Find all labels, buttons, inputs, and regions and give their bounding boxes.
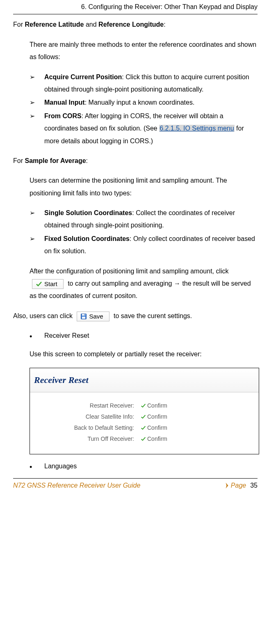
svg-rect-1 [82, 314, 85, 316]
list-item: Fixed Solution Coordinates: Only collect… [30, 233, 258, 258]
page-header: 6. Configuring the Receiver: Other Than … [13, 0, 258, 13]
reset-row-label: Restart Receiver: [38, 401, 141, 410]
sample-bold: Sample for Average [25, 157, 86, 164]
para-methods-intro: There are mainly three methods to enter … [30, 39, 258, 64]
list-sample-types: Single Solution Coordinates: Collect the… [30, 207, 258, 258]
save-button[interactable]: Save [77, 312, 109, 321]
item-bold: Fixed Solution Coordinates [44, 235, 130, 242]
text: For [13, 157, 25, 164]
para-reference-intro: For Reference Latitude and Reference Lon… [13, 18, 258, 31]
check-icon [141, 436, 146, 442]
start-button[interactable]: Start [32, 279, 64, 289]
page-number: 35 [250, 479, 258, 492]
confirm-button[interactable]: Confirm [141, 401, 167, 410]
page-marker-icon [226, 483, 229, 488]
panel-body: Restart Receiver: Confirm Clear Satellit… [30, 392, 259, 454]
ref-lon-bold: Reference Longitude [98, 21, 164, 28]
para-sample-intro: For Sample for Average: [13, 155, 258, 167]
item-bold: Acquire Current Position [44, 73, 122, 80]
panel-title: Receiver Reset [30, 368, 259, 392]
confirm-label: Confirm [147, 401, 167, 410]
text: to save the curent settings. [112, 312, 192, 319]
text: For [13, 21, 25, 28]
reset-row-label: Clear Satellite Info: [38, 413, 141, 421]
ref-lat-bold: Reference Latitude [25, 21, 84, 28]
reset-row: Turn Off Receiver: Confirm [38, 435, 251, 443]
list-item: Single Solution Coordinates: Collect the… [30, 207, 258, 232]
check-icon [141, 414, 146, 419]
para-save-action: Also, users can click Save to save the c… [13, 310, 258, 322]
confirm-label: Confirm [147, 413, 167, 421]
check-icon [36, 281, 42, 287]
item-text: Receiver Reset [44, 332, 89, 339]
list-item: From CORS: After logging in CORS, the re… [30, 110, 258, 147]
page-label: Page [231, 479, 246, 492]
list-reference-methods: Acquire Current Position: Click this but… [30, 71, 258, 147]
confirm-button[interactable]: Confirm [141, 435, 167, 443]
check-icon [141, 403, 146, 408]
text: : [164, 21, 165, 28]
reset-row: Restart Receiver: Confirm [38, 401, 251, 410]
svg-rect-2 [84, 314, 85, 315]
text: Also, users can click [13, 312, 74, 319]
item-bold: Single Solution Coordinates [44, 209, 132, 216]
list-item: Receiver Reset [30, 330, 258, 342]
list-languages: Languages [30, 460, 258, 472]
header-rule [13, 14, 258, 14]
confirm-button[interactable]: Confirm [141, 424, 167, 432]
text: and [84, 21, 99, 28]
text: : [86, 157, 88, 164]
para-sample-desc: Users can determine the positioning limi… [30, 174, 258, 199]
save-icon [80, 313, 87, 320]
reset-row: Clear Satellite Info: Confirm [38, 413, 251, 421]
para-start-action: After the configuration of positioning l… [30, 265, 258, 303]
footer-page: Page 35 [226, 479, 258, 492]
confirm-label: Confirm [147, 435, 167, 443]
para-reset-desc: Use this screen to completely or partial… [30, 348, 258, 360]
item-bold: From CORS [44, 112, 82, 119]
save-button-label: Save [89, 313, 103, 319]
receiver-reset-panel: Receiver Reset Restart Receiver: Confirm… [30, 368, 259, 454]
item-text: : Manually input a known coordinates. [85, 99, 195, 106]
reset-row: Back to Default Setting: Confirm [38, 424, 251, 432]
svg-rect-3 [82, 316, 85, 319]
page-footer: N72 GNSS Reference Receiver User Guide P… [13, 478, 258, 492]
confirm-label: Confirm [147, 424, 167, 432]
io-settings-link[interactable]: 6.2.1.5. IO Settings menu [159, 125, 234, 132]
list-receiver-reset: Receiver Reset [30, 330, 258, 342]
confirm-button[interactable]: Confirm [141, 413, 167, 421]
item-text: Languages [44, 463, 77, 470]
list-item: Languages [30, 460, 258, 472]
list-item: Acquire Current Position: Click this but… [30, 71, 258, 96]
text: After the configuration of positioning l… [30, 268, 229, 275]
check-icon [141, 425, 146, 431]
start-button-label: Start [44, 281, 57, 287]
footer-guide: N72 GNSS Reference Receiver User Guide [13, 479, 140, 492]
reset-row-label: Turn Off Receiver: [38, 435, 141, 443]
item-bold: Manual Input [44, 99, 85, 106]
list-item: Manual Input: Manually input a known coo… [30, 96, 258, 109]
reset-row-label: Back to Default Setting: [38, 424, 141, 432]
